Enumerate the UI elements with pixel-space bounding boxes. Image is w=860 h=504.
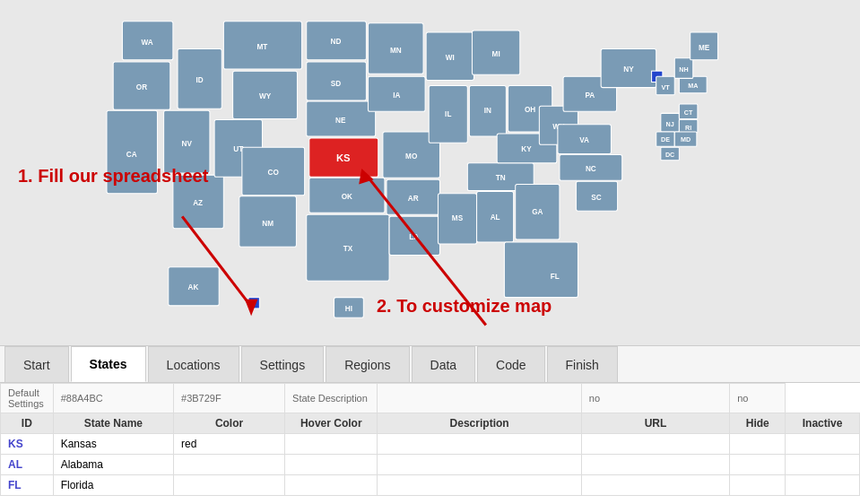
row-fl-name[interactable]: Florida — [53, 475, 173, 496]
tab-finish[interactable]: Finish — [547, 346, 618, 382]
row-fl-color[interactable] — [174, 475, 285, 496]
default-hide: no — [581, 384, 729, 413]
svg-rect-57 — [477, 192, 514, 242]
svg-rect-90 — [674, 58, 693, 79]
default-description: State Description — [285, 384, 378, 413]
svg-rect-84 — [679, 120, 698, 133]
default-label: Default Settings — [1, 384, 54, 413]
column-headers-row: ID State Name Color Hover Color Descript… — [1, 413, 860, 434]
svg-rect-3 — [113, 62, 170, 109]
svg-rect-96 — [674, 132, 697, 146]
svg-rect-9 — [164, 110, 210, 173]
svg-rect-80 — [661, 113, 680, 132]
tab-states[interactable]: States — [71, 346, 146, 382]
header-id: ID — [1, 413, 54, 434]
tab-code[interactable]: Code — [477, 346, 544, 382]
default-inactive: no — [730, 384, 786, 413]
svg-rect-61 — [504, 242, 578, 298]
svg-rect-71 — [560, 155, 622, 181]
row-ks-desc[interactable] — [378, 434, 581, 455]
row-al-color[interactable] — [174, 455, 285, 475]
row-al-url[interactable] — [581, 455, 729, 475]
row-ks-id[interactable]: KS — [1, 434, 54, 455]
row-al-hide[interactable] — [730, 455, 786, 475]
header-color: Color — [174, 413, 285, 434]
header-url: URL — [581, 413, 729, 434]
header-inactive: Inactive — [786, 413, 860, 434]
svg-rect-73 — [576, 181, 617, 211]
svg-rect-98 — [661, 147, 680, 160]
row-al-id[interactable]: AL — [1, 455, 54, 475]
row-al-desc[interactable] — [378, 455, 581, 475]
default-hover: #3B729F — [174, 384, 285, 413]
annotation-2: 2. To customize map — [377, 296, 552, 317]
map-area: 1. Fill our spreadsheet 2. To customize … — [0, 0, 860, 345]
row-ks-color[interactable]: red — [174, 434, 285, 455]
svg-rect-21 — [239, 196, 297, 247]
spreadsheet-area: Default Settings #88A4BC #3B729F State D… — [0, 383, 860, 504]
svg-rect-82 — [679, 104, 698, 118]
svg-rect-59 — [516, 184, 560, 239]
annotation-1: 1. Fill our spreadsheet — [18, 166, 208, 187]
svg-rect-35 — [368, 23, 423, 74]
tab-data[interactable]: Data — [412, 346, 476, 382]
default-url — [378, 384, 581, 413]
svg-rect-45 — [426, 32, 473, 80]
default-settings-row: Default Settings #88A4BC #3B729F State D… — [1, 384, 860, 413]
header-state-name: State Name — [53, 413, 173, 434]
svg-rect-33 — [307, 214, 389, 281]
svg-rect-1 — [122, 22, 172, 60]
row-fl-hover[interactable] — [285, 475, 378, 496]
svg-rect-27 — [307, 101, 376, 136]
tab-settings[interactable]: Settings — [241, 346, 325, 382]
row-ks-name[interactable]: Kansas — [53, 434, 173, 455]
header-description: Description — [378, 413, 581, 434]
tab-start[interactable]: Start — [4, 346, 69, 382]
svg-rect-7 — [178, 49, 222, 109]
svg-rect-13 — [223, 22, 301, 69]
svg-rect-29 — [309, 138, 378, 177]
row-al-hover[interactable] — [285, 455, 378, 475]
row-al-name[interactable]: Alabama — [53, 455, 173, 475]
row-al-inactive[interactable] — [786, 455, 860, 475]
svg-rect-49 — [438, 194, 476, 244]
svg-rect-100 — [169, 267, 219, 306]
svg-rect-51 — [472, 30, 519, 74]
table-row: FL Florida — [1, 475, 860, 496]
svg-rect-25 — [307, 62, 367, 100]
svg-rect-94 — [656, 132, 675, 146]
row-fl-id[interactable]: FL — [1, 475, 54, 496]
header-hover-color: Hover Color — [285, 413, 378, 434]
svg-rect-92 — [691, 32, 718, 60]
tabs-bar: Start States Locations Settings Regions … — [0, 345, 860, 383]
svg-rect-47 — [429, 86, 467, 143]
svg-rect-37 — [368, 76, 425, 111]
states-table: Default Settings #88A4BC #3B729F State D… — [0, 383, 860, 496]
row-ks-hide[interactable] — [730, 434, 786, 455]
main-container: 1. Fill our spreadsheet 2. To customize … — [0, 0, 860, 504]
header-hide: Hide — [730, 413, 786, 434]
svg-rect-23 — [307, 22, 367, 60]
row-ks-hover[interactable] — [285, 434, 378, 455]
default-color: #88A4BC — [53, 384, 173, 413]
row-fl-inactive[interactable] — [786, 475, 860, 496]
svg-rect-53 — [469, 86, 506, 136]
table-row: KS Kansas red — [1, 434, 860, 455]
svg-rect-86 — [679, 76, 707, 92]
svg-rect-69 — [558, 125, 612, 154]
row-ks-url[interactable] — [581, 434, 729, 455]
table-row: AL Alabama — [1, 455, 860, 475]
svg-rect-103 — [334, 298, 364, 318]
svg-rect-88 — [656, 76, 675, 95]
svg-rect-15 — [233, 71, 298, 118]
row-fl-desc[interactable] — [378, 475, 581, 496]
tab-locations[interactable]: Locations — [148, 346, 239, 382]
row-fl-hide[interactable] — [730, 475, 786, 496]
svg-rect-19 — [242, 147, 305, 195]
svg-rect-77 — [601, 49, 656, 88]
row-ks-inactive[interactable] — [786, 434, 860, 455]
row-fl-url[interactable] — [581, 475, 729, 496]
tab-regions[interactable]: Regions — [326, 346, 409, 382]
